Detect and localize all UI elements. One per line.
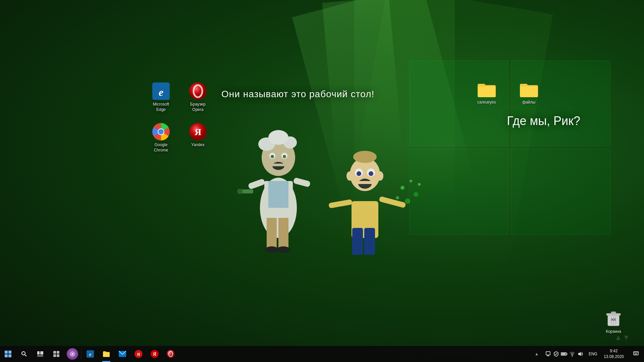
yandex-search-taskbar-icon: Я	[151, 350, 159, 358]
svg-rect-65	[57, 351, 59, 354]
clock[interactable]: 9:42 13.08.2020	[600, 346, 628, 362]
windows-logo-icon	[5, 351, 11, 357]
start-button[interactable]	[0, 346, 16, 362]
svg-rect-61	[37, 351, 40, 355]
taskbar: e Я	[0, 346, 644, 362]
desktop: Они называют это рабочий стол! Где мы, Р…	[0, 0, 644, 362]
google-chrome-icon[interactable]: Google Chrome	[148, 121, 174, 155]
battery-tray-icon[interactable]	[561, 351, 568, 357]
svg-point-34	[346, 171, 353, 181]
svg-rect-64	[53, 351, 56, 354]
opera-taskbar-icon	[167, 350, 175, 358]
chrome-icon-img	[152, 123, 170, 140]
language-label: ENG	[589, 352, 597, 356]
wallpaper-characters	[208, 94, 436, 255]
microsoft-edge-icon[interactable]: e Microsoft Edge	[148, 80, 174, 114]
svg-rect-37	[379, 196, 406, 208]
yandex-label: Yandex	[191, 142, 205, 148]
svg-point-9	[283, 136, 297, 148]
recycle-bin-img	[604, 309, 623, 327]
yandex-browser-button[interactable]: Я	[130, 346, 147, 362]
svg-point-35	[377, 171, 383, 181]
search-icon	[21, 351, 27, 357]
svg-line-60	[25, 355, 26, 356]
careueyes-folder-icon[interactable]: careueyes	[476, 80, 498, 106]
yandex-icon[interactable]: Я Yandex	[184, 121, 211, 155]
svg-point-12	[281, 153, 287, 159]
files-label: файлы	[523, 100, 536, 105]
task-view-icon	[37, 351, 43, 357]
svg-rect-83	[567, 353, 568, 355]
cortana-button[interactable]	[64, 346, 80, 362]
svg-point-29	[367, 169, 375, 177]
yandex-search-button[interactable]: Я	[147, 346, 163, 362]
svg-rect-18	[293, 177, 311, 187]
taskbar-separator-1	[81, 349, 82, 359]
edge-taskbar-button[interactable]: e	[82, 346, 98, 362]
files-folder-icon[interactable]: файлы	[518, 80, 540, 106]
svg-point-20	[237, 189, 243, 194]
svg-rect-4	[278, 218, 288, 248]
task-view-button[interactable]	[32, 346, 48, 362]
time-display: 9:42	[610, 348, 618, 354]
tray-icons-group	[542, 351, 586, 357]
network-tray-icon[interactable]	[569, 351, 576, 357]
svg-point-7	[262, 139, 295, 176]
svg-rect-62	[40, 351, 43, 355]
svg-point-6	[277, 246, 290, 253]
language-button[interactable]: ENG	[586, 346, 600, 362]
files-folder-img	[519, 82, 539, 98]
svg-point-50	[158, 129, 164, 134]
svg-text:Я: Я	[153, 352, 156, 357]
svg-point-30	[357, 171, 361, 176]
search-button[interactable]	[16, 346, 32, 362]
timeline-button[interactable]	[48, 346, 64, 362]
svg-rect-2	[268, 181, 288, 208]
svg-point-14	[283, 155, 286, 158]
recycle-bin-icon[interactable]: Корзина	[603, 308, 624, 335]
svg-point-28	[355, 169, 363, 177]
svg-rect-81	[547, 355, 549, 356]
svg-point-11	[269, 153, 275, 159]
yandex-browser-taskbar-icon: Я	[135, 350, 143, 358]
edge-icon-img: e	[152, 82, 170, 100]
svg-point-41	[396, 196, 399, 199]
careueyes-folder-img	[477, 82, 496, 98]
volume-tray-icon[interactable]	[577, 351, 584, 357]
svg-rect-17	[248, 178, 265, 190]
edge-taskbar-icon: e	[87, 350, 94, 358]
svg-text:Я: Я	[195, 127, 201, 137]
opera-label: Браузер Opera	[190, 102, 206, 112]
svg-point-8	[258, 137, 275, 151]
svg-point-32	[358, 179, 372, 189]
svg-rect-80	[546, 352, 550, 355]
opera-icon[interactable]: Браузер Opera	[184, 80, 211, 114]
svg-rect-22	[352, 228, 363, 255]
svg-point-85	[572, 356, 573, 357]
svg-point-5	[265, 246, 278, 253]
notification-center-button[interactable]	[628, 346, 644, 362]
mail-button[interactable]	[114, 346, 130, 362]
opera-taskbar-button[interactable]	[163, 346, 179, 362]
watermark: ▲▼	[614, 333, 631, 342]
cortana-icon	[67, 348, 78, 360]
svg-text:Я: Я	[137, 352, 140, 357]
svg-rect-3	[267, 218, 277, 248]
svg-rect-23	[364, 228, 375, 255]
mail-icon	[119, 351, 126, 357]
svg-point-10	[268, 130, 288, 145]
svg-rect-16	[272, 164, 284, 166]
careueyes-label: careueyes	[477, 100, 496, 105]
svg-text:e: e	[89, 352, 91, 357]
edge-label: Microsoft Edge	[153, 102, 169, 112]
desktop-icons-group: e Microsoft Edge	[148, 80, 211, 155]
svg-rect-84	[561, 353, 566, 355]
file-explorer-button[interactable]	[98, 346, 114, 362]
show-hidden-icons-button[interactable]: ▲	[533, 346, 541, 362]
svg-rect-67	[57, 354, 59, 357]
device-manager-tray-icon[interactable]	[545, 351, 551, 357]
svg-rect-66	[53, 354, 56, 357]
svg-rect-33	[358, 181, 372, 184]
svg-point-31	[369, 171, 373, 176]
antivirus-tray-icon[interactable]	[553, 351, 559, 357]
